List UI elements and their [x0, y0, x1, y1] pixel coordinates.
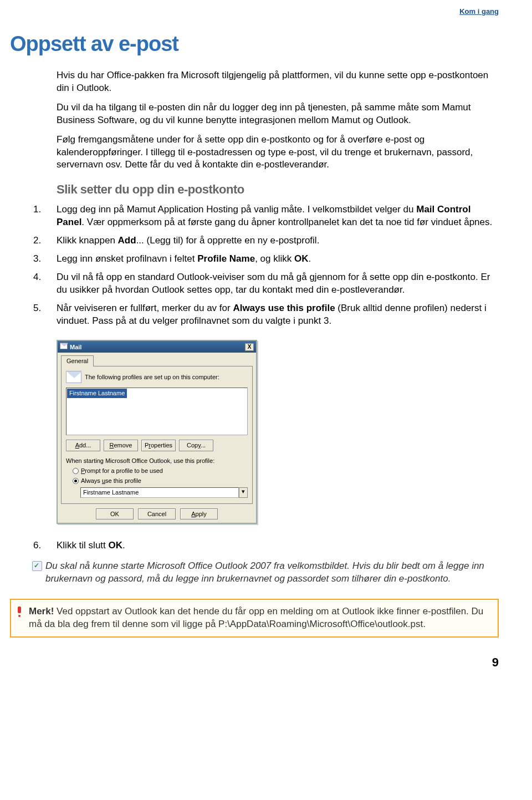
paragraph: Du vil da ha tilgang til e-posten din nå… — [57, 101, 499, 127]
step-text: Klikk knappen Add... (Legg til) for å op… — [57, 235, 499, 247]
step-item: 1. Logg deg inn på Mamut Application Hos… — [33, 203, 499, 229]
step-item: 6. Klikk til slutt OK. — [33, 539, 499, 552]
dialog-window: Mail X General The following profiles ar… — [57, 340, 257, 524]
step-text: Legg inn ønsket profilnavn i feltet Prof… — [57, 253, 499, 266]
ok-button[interactable]: OK — [96, 508, 134, 520]
radio-icon — [73, 478, 79, 484]
starting-label: When starting Microsoft Office Outlook, … — [66, 457, 248, 465]
tab-general[interactable]: General — [61, 355, 94, 366]
radio-always[interactable]: Always use this profile — [73, 477, 248, 485]
step-number: 3. — [33, 253, 57, 266]
profiles-listbox[interactable]: Firstname Lastname — [66, 388, 248, 435]
step-item: 4. Du vil nå få opp en standard Outlook-… — [33, 271, 499, 297]
body: Hvis du har Office-pakken fra Microsoft … — [57, 69, 499, 638]
profile-select[interactable]: Firstname Lastname ▾ — [80, 487, 248, 498]
dialog-heading: The following profiles are set up on thi… — [85, 373, 219, 381]
properties-button[interactable]: Properties — [141, 440, 176, 451]
remove-button[interactable]: Remove — [104, 440, 138, 451]
warning-box: Merk! Ved oppstart av Outlook kan det he… — [10, 599, 499, 638]
mail-icon — [66, 371, 81, 383]
profile-item[interactable]: Firstname Lastname — [67, 389, 127, 398]
tip-text: Du skal nå kunne starte Microsoft Office… — [45, 560, 499, 585]
step-text: Klikk til slutt OK. — [57, 539, 499, 552]
copy-button[interactable]: Copy... — [179, 440, 213, 451]
warning-text: Merk! Ved oppstart av Outlook kan det he… — [29, 605, 491, 631]
close-button[interactable]: X — [245, 343, 254, 351]
chevron-down-icon[interactable]: ▾ — [239, 487, 248, 498]
page: Kom i gang Oppsett av e-post Hvis du har… — [0, 0, 532, 687]
step-text: Logg deg inn på Mamut Application Hostin… — [57, 203, 499, 229]
dialog-titlebar: Mail X — [58, 341, 256, 353]
step-item: 2. Klikk knappen Add... (Legg til) for å… — [33, 235, 499, 247]
tip-box: Du skal nå kunne starte Microsoft Office… — [10, 560, 499, 585]
page-number: 9 — [11, 654, 499, 671]
check-icon — [32, 561, 42, 571]
step-item: 5. Når veiviseren er fullført, merker du… — [33, 302, 499, 328]
step-number: 6. — [33, 539, 57, 552]
step-image-row: Mail X General The following profiles ar… — [33, 333, 499, 534]
breadcrumb-link[interactable]: Kom i gang — [11, 7, 499, 17]
mail-icon — [60, 343, 68, 349]
paragraph: Hvis du har Office-pakken fra Microsoft … — [57, 69, 499, 95]
profile-select-value: Firstname Lastname — [80, 487, 239, 498]
step-text: Når veiviseren er fullført, merker du av… — [57, 302, 499, 328]
page-title: Oppsett av e-post — [10, 30, 499, 58]
radio-prompt[interactable]: Prompt for a profile to be used — [73, 467, 248, 475]
radio-icon — [73, 468, 79, 474]
add-button[interactable]: Add... — [66, 440, 100, 451]
step-number: 4. — [33, 271, 57, 297]
warning-icon — [16, 607, 25, 618]
mail-dialog: Mail X General The following profiles ar… — [57, 340, 499, 524]
step-number: 5. — [33, 302, 57, 328]
apply-button[interactable]: Apply — [180, 508, 218, 520]
paragraph: Følg fremgangsmåtene under for å sette o… — [57, 134, 499, 172]
steps-list: 1. Logg deg inn på Mamut Application Hos… — [33, 203, 499, 638]
dialog-panel: The following profiles are set up on thi… — [61, 366, 253, 503]
cancel-button[interactable]: Cancel — [138, 508, 176, 520]
dialog-title-text: Mail — [70, 344, 81, 350]
step-text: Du vil nå få opp en standard Outlook-vei… — [57, 271, 499, 297]
step-item: 3. Legg inn ønsket profilnavn i feltet P… — [33, 253, 499, 266]
step-number: 1. — [33, 203, 57, 229]
section-heading: Slik setter du opp din e-postkonto — [57, 181, 499, 198]
step-number: 2. — [33, 235, 57, 247]
